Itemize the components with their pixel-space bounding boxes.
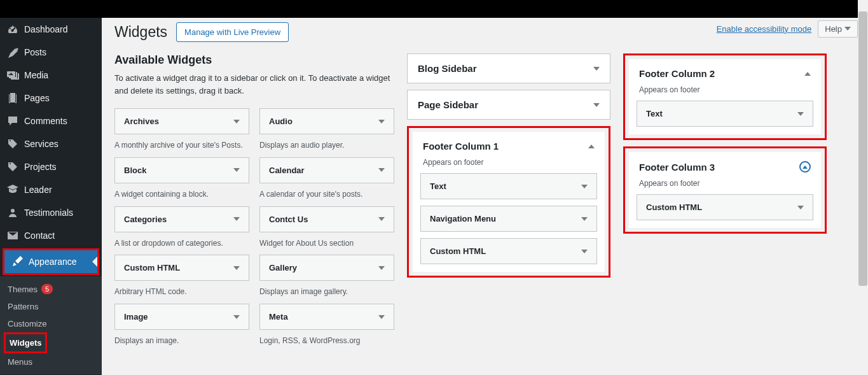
widget-contact-us[interactable]: Contct Us — [259, 206, 394, 232]
sidebar-item-leader[interactable]: Leader — [0, 178, 102, 201]
scroll-thumb[interactable] — [858, 11, 867, 286]
comments-icon — [6, 115, 19, 127]
sidebar-label: Appearance — [29, 257, 77, 267]
sidebar-label: Pages — [24, 93, 50, 103]
sidebar-label: Dashboard — [24, 24, 68, 34]
submenu-item-customize[interactable]: Customize — [0, 315, 102, 332]
widget-description: Displays an image gallery. — [259, 287, 394, 297]
submenu-label: Widgets — [10, 338, 41, 348]
widget-title: Custom HTML — [124, 263, 180, 272]
tag-icon — [6, 138, 19, 150]
sidebar-item-posts[interactable]: Posts — [0, 41, 102, 64]
area-header[interactable]: Footer Column 2 — [629, 59, 821, 88]
highlight-box: Footer Column 3 Appears on footer Custom… — [623, 146, 827, 234]
chevron-down-icon — [233, 217, 240, 221]
testimonial-icon — [6, 206, 19, 219]
widget-title: Contct Us — [269, 215, 308, 224]
help-button[interactable]: Help — [818, 20, 858, 38]
area-title: Footer Column 2 — [639, 68, 715, 79]
sidebar-item-projects[interactable]: Projects — [0, 155, 102, 178]
area-title: Page Sidebar — [418, 99, 478, 110]
widget-custom-html[interactable]: Custom HTML — [114, 255, 249, 281]
chevron-down-icon — [233, 266, 240, 270]
widget-meta[interactable]: Meta — [259, 304, 394, 330]
widget-calendar[interactable]: Calendar — [259, 157, 394, 183]
area-footer-column-1: Footer Column 1 Appears on footer Text N… — [413, 132, 605, 272]
area-description: Appears on footer — [629, 85, 821, 101]
available-widgets-grid: Archives A monthly archive of your site'… — [114, 108, 394, 346]
placed-widget-custom-html[interactable]: Custom HTML — [420, 238, 597, 264]
chevron-down-icon — [233, 120, 240, 124]
sidebar-item-dashboard[interactable]: Dashboard — [0, 18, 102, 41]
area-page-sidebar: Page Sidebar — [407, 90, 610, 120]
update-badge: 5 — [41, 284, 53, 294]
widget-title: Gallery — [269, 263, 297, 272]
chevron-down-icon — [233, 168, 240, 172]
area-header[interactable]: Footer Column 1 — [413, 132, 605, 160]
sidebar-areas-column-2: Footer Column 2 Appears on footer Text — [623, 53, 827, 346]
placed-widget-custom-html[interactable]: Custom HTML — [637, 194, 813, 220]
sidebar-item-contact[interactable]: Contact — [0, 224, 102, 247]
sidebar-label: Projects — [24, 162, 57, 172]
scrollbar[interactable] — [858, 0, 868, 375]
pages-icon — [6, 92, 19, 104]
placed-widget-text[interactable]: Text — [420, 173, 597, 199]
screen-actions: Enable accessibility mode Help — [717, 18, 858, 41]
chevron-down-icon — [378, 120, 385, 124]
sidebar-item-media[interactable]: Media — [0, 64, 102, 87]
placed-widget-title: Custom HTML — [430, 246, 486, 256]
help-label: Help — [825, 24, 842, 34]
widget-categories[interactable]: Categories — [114, 206, 249, 232]
brush-icon — [11, 255, 24, 268]
sidebar-item-appearance[interactable]: Appearance — [4, 250, 97, 273]
submenu-label: Customize — [8, 319, 46, 329]
widget-title: Calendar — [269, 166, 305, 175]
area-header[interactable]: Footer Column 3 — [629, 152, 821, 181]
widget-description: A monthly archive of your site's Posts. — [114, 140, 249, 151]
widget-block[interactable]: Block — [114, 157, 249, 183]
pin-icon — [6, 46, 19, 59]
sidebar-item-pages[interactable]: Pages — [0, 87, 102, 110]
chevron-down-icon — [593, 103, 600, 107]
page-title: Widgets — [114, 24, 167, 41]
admin-topbar — [0, 0, 858, 18]
chevron-down-icon — [581, 185, 588, 188]
sidebar-item-testimonials[interactable]: Testimonials — [0, 201, 102, 224]
submenu-item-menus[interactable]: Menus — [0, 353, 102, 371]
area-header[interactable]: Blog Sidebar — [408, 54, 610, 83]
placed-widget-navigation-menu[interactable]: Navigation Menu — [420, 206, 597, 232]
area-title: Blog Sidebar — [418, 63, 477, 74]
widget-archives[interactable]: Archives — [114, 108, 249, 134]
placed-widget-text[interactable]: Text — [637, 101, 813, 127]
chevron-down-icon — [581, 217, 588, 221]
area-body: Text Navigation Menu Custom HTML — [413, 173, 605, 272]
submenu-item-widgets[interactable]: Widgets — [6, 334, 45, 351]
submenu-label: Menus — [8, 357, 32, 367]
sidebar-label: Comments — [24, 116, 67, 126]
area-blog-sidebar: Blog Sidebar — [407, 53, 610, 83]
sidebar-label: Contact — [24, 230, 55, 241]
area-footer-column-3: Footer Column 3 Appears on footer Custom… — [629, 152, 821, 228]
placed-widget-title: Text — [430, 181, 446, 191]
widget-audio[interactable]: Audio — [259, 108, 394, 134]
sidebar-label: Leader — [24, 185, 52, 195]
sidebar-item-services[interactable]: Services — [0, 132, 102, 155]
submenu-item-themes[interactable]: Themes 5 — [0, 280, 102, 298]
sidebar-submenu-appearance: Themes 5 Patterns Customize Widgets Menu… — [0, 276, 102, 374]
section-title: Available Widgets — [114, 53, 394, 67]
chevron-down-icon — [378, 266, 385, 270]
widget-description: Arbitrary HTML code. — [114, 287, 249, 297]
widget-image[interactable]: Image — [114, 304, 249, 330]
widget-title: Image — [124, 312, 148, 322]
accessibility-link[interactable]: Enable accessibility mode — [717, 24, 812, 34]
sidebar-label: Testimonials — [24, 208, 73, 218]
area-header[interactable]: Page Sidebar — [408, 90, 610, 119]
widget-title: Meta — [269, 312, 288, 322]
highlight-box: Footer Column 2 Appears on footer Text — [623, 53, 827, 140]
submenu-label: Themes — [8, 285, 38, 294]
area-title: Footer Column 1 — [423, 141, 499, 152]
submenu-item-patterns[interactable]: Patterns — [0, 298, 102, 315]
widget-gallery[interactable]: Gallery — [259, 255, 394, 281]
live-preview-button[interactable]: Manage with Live Preview — [176, 22, 289, 42]
sidebar-item-comments[interactable]: Comments — [0, 110, 102, 132]
